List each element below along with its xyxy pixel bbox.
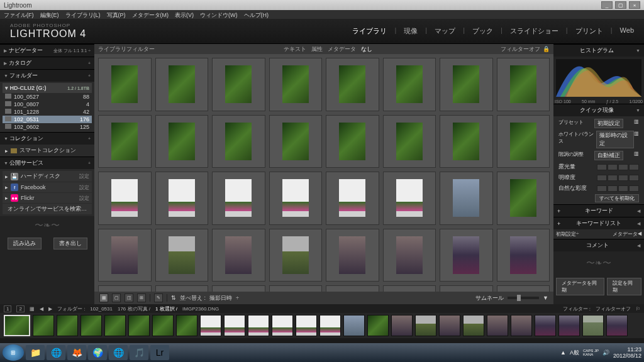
grid-cell[interactable]: [155, 115, 209, 168]
grid-cell[interactable]: [497, 58, 550, 111]
grid-cell[interactable]: [269, 285, 323, 292]
reset-all-button[interactable]: すべてを初期化: [595, 194, 639, 202]
module-現像[interactable]: 現像: [404, 26, 418, 36]
filmstrip-cell[interactable]: [248, 315, 269, 336]
histogram[interactable]: [556, 59, 641, 97]
toolbar-chevron-icon[interactable]: ▼: [543, 295, 548, 301]
grid-cell[interactable]: [155, 58, 209, 111]
ime-mode[interactable]: A般: [570, 349, 579, 357]
grid-cell[interactable]: [212, 229, 265, 282]
filmstrip-cell[interactable]: [200, 315, 221, 336]
filter-tab[interactable]: 属性: [311, 45, 323, 53]
grid-cell[interactable]: [212, 172, 265, 225]
thumbnail-grid[interactable]: 7-11: [94, 54, 553, 292]
filmstrip-cell[interactable]: [319, 315, 341, 336]
module-マップ[interactable]: マップ: [435, 26, 455, 36]
plus-icon[interactable]: +: [88, 74, 91, 78]
lock-icon[interactable]: 🔒: [543, 46, 550, 52]
taskbar-app[interactable]: 🌐: [109, 345, 128, 360]
wb-select[interactable]: 撮影時の設定: [596, 131, 634, 148]
grid-view-button[interactable]: ▦: [99, 293, 108, 302]
grid-cell[interactable]: [326, 115, 379, 168]
sort-icon[interactable]: ⇅: [171, 295, 176, 301]
keyword-list-header[interactable]: +キーワードリスト◀: [553, 217, 644, 229]
service-setup[interactable]: 設定: [79, 195, 89, 202]
comments-header[interactable]: コメント◀: [553, 239, 644, 251]
secondary-window-1[interactable]: 1: [4, 305, 11, 312]
slider-buttons[interactable]: [597, 175, 639, 181]
menu-item[interactable]: ライブラリ(L): [65, 11, 101, 18]
filmstrip-cell[interactable]: [296, 315, 317, 336]
chevron-left-icon[interactable]: ◀: [40, 306, 43, 312]
taskbar-app[interactable]: 🎵: [130, 345, 148, 360]
grid-cell[interactable]: [155, 172, 209, 225]
grid-cell[interactable]: [440, 115, 493, 168]
plus-icon[interactable]: +: [88, 136, 91, 141]
module-プリント[interactable]: プリント: [575, 26, 603, 36]
grid-cell[interactable]: [383, 285, 436, 292]
filmstrip-cell[interactable]: [582, 315, 604, 336]
grid-cell[interactable]: [212, 285, 265, 292]
folder-row[interactable]: 100_052788: [3, 93, 92, 101]
grid-cell[interactable]: [269, 58, 323, 111]
grid-cell[interactable]: [440, 285, 493, 292]
preset-select[interactable]: 初期設定: [594, 119, 623, 128]
taskbar-app[interactable]: 📁: [26, 345, 45, 360]
grid-cell[interactable]: [269, 229, 323, 282]
catalog-header[interactable]: ▶ カタログ +: [0, 57, 94, 69]
slider-buttons[interactable]: [597, 164, 639, 170]
filmstrip-cell[interactable]: [535, 315, 556, 336]
filmstrip-cell[interactable]: [511, 315, 532, 336]
menu-item[interactable]: ファイル(F): [4, 11, 34, 18]
grid-cell[interactable]: [440, 58, 493, 111]
menu-item[interactable]: 編集(E): [40, 11, 59, 18]
publish-header[interactable]: ▼ 公開サービス +: [0, 156, 94, 169]
filmstrip-filter-off[interactable]: フィルターオフ: [596, 305, 631, 312]
menu-item[interactable]: 表示(V): [175, 11, 194, 18]
service-setup[interactable]: 設定: [79, 184, 89, 191]
folder-row[interactable]: 101_122842: [3, 108, 92, 116]
slider-buttons[interactable]: [597, 185, 639, 192]
module-ライブラリ[interactable]: ライブラリ: [352, 26, 387, 36]
grid-cell[interactable]: [440, 229, 493, 282]
taskbar-app[interactable]: 🌍: [88, 345, 107, 360]
filmstrip-cell[interactable]: [343, 315, 365, 336]
filmstrip-cell[interactable]: [4, 315, 30, 336]
filmstrip-cell[interactable]: [558, 315, 580, 336]
auto-tone-button[interactable]: 自動補正: [594, 151, 623, 160]
filmstrip-cell[interactable]: [415, 315, 436, 336]
grid-cell[interactable]: [98, 172, 152, 225]
grid-cell[interactable]: [212, 115, 265, 168]
filter-tab[interactable]: なし: [361, 45, 372, 53]
grid-cell[interactable]: [326, 58, 379, 111]
find-services-link[interactable]: オンラインでサービスを検索…: [3, 204, 92, 214]
ime-status[interactable]: CAPS JP KANA: [583, 349, 599, 356]
clock[interactable]: 11:23 2012/08/12: [613, 346, 641, 359]
filmstrip-cell[interactable]: [128, 315, 150, 336]
plus-icon[interactable]: +: [557, 221, 560, 227]
compare-view-button[interactable]: ◫: [125, 293, 133, 302]
switch-icon[interactable]: ▥: [634, 119, 639, 128]
navigator-presets[interactable]: 全体 フル 1:1 3:1 ÷: [53, 48, 91, 54]
grid-cell[interactable]: [326, 172, 379, 225]
grid-cell[interactable]: [383, 172, 436, 225]
chevron-right-icon[interactable]: ▶: [48, 306, 52, 312]
filmstrip-cell[interactable]: [391, 315, 413, 336]
menu-item[interactable]: 写真(P): [107, 11, 126, 18]
export-button[interactable]: 書き出し: [53, 238, 87, 250]
grid-cell[interactable]: [155, 229, 209, 282]
menu-item[interactable]: ヘルプ(H): [244, 11, 269, 18]
taskbar-app[interactable]: 🌐: [47, 345, 65, 360]
grid-cell[interactable]: [383, 115, 436, 168]
module-ブック[interactable]: ブック: [472, 26, 493, 36]
grid-cell[interactable]: [497, 229, 550, 282]
filmstrip-cell[interactable]: [176, 315, 197, 336]
grid-cell[interactable]: [383, 58, 436, 111]
filmstrip-cell[interactable]: [33, 315, 54, 336]
grid-badge-icon[interactable]: ▦: [30, 306, 35, 312]
folder-row[interactable]: 100_08074: [3, 101, 92, 108]
loupe-view-button[interactable]: ▢: [112, 293, 121, 302]
close-button[interactable]: ×: [629, 1, 640, 9]
grid-cell[interactable]: [269, 115, 323, 168]
module-スライドショー[interactable]: スライドショー: [510, 26, 558, 36]
